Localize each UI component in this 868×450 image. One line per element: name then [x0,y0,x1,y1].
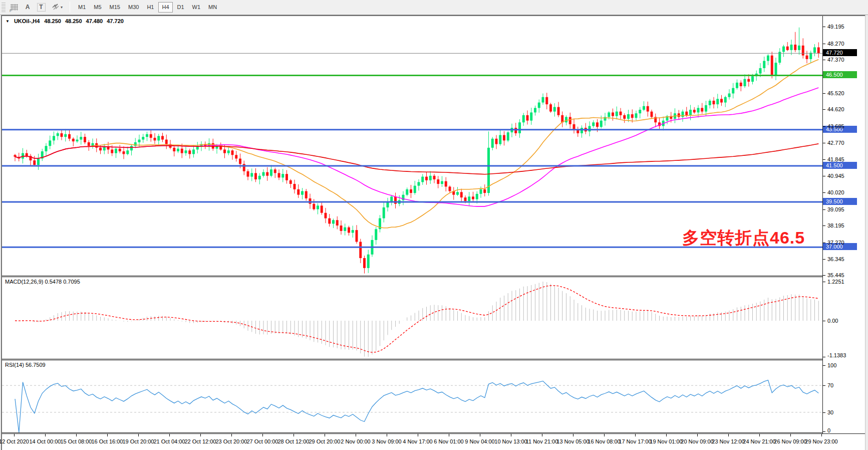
price-axis-tick [823,143,825,143]
price-axis-label: 38.195 [827,222,844,229]
price-axis-label: 40.020 [827,189,844,195]
price-badge: 41.500 [823,162,857,169]
toolbar: F A T ▾ M1M5M15M30H1H4D1W1MN [0,0,868,15]
date-label: 13 Nov 05:00 [556,438,589,444]
timeframe-button-m5[interactable]: M5 [90,2,105,13]
date-label: 27 Oct 00:00 [247,438,278,444]
price-axis-label: 37.270 [827,240,844,246]
timeframe-button-d1[interactable]: D1 [174,2,188,13]
macd-axis-tick [823,357,825,357]
date-label: 14 Oct 00:00 [30,438,61,444]
date-label: 16 Oct 16:00 [92,438,123,444]
cursor-a-icon[interactable]: A [23,2,33,12]
timeframe-button-h1[interactable]: H1 [143,2,157,13]
text-label-icon[interactable]: T [36,2,46,12]
date-tick [356,434,356,436]
price-axis-tick [823,243,825,243]
macd-axis-label: 1.2251 [827,279,844,285]
toolbar-grip[interactable] [2,2,6,12]
vertical-scrollbar[interactable] [865,15,868,450]
price-axis-tick [823,226,825,226]
price-axis-label: 42.770 [827,140,844,146]
dropdown-caret-icon[interactable]: ▾ [61,5,63,10]
date-label: 3 Nov 09:00 [372,438,401,444]
price-axis-label: 41.845 [827,156,844,162]
date-tick [573,434,573,436]
price-badge: 46.500 [823,71,857,78]
main-chart-panel[interactable]: ▼ UKOil-,H4 48.250 48.250 47.480 47.720 … [2,16,822,276]
date-tick [76,434,77,436]
price-axis-label: 49.195 [827,24,844,30]
date-tick [635,434,636,436]
date-label: 15 Oct 08:00 [61,438,92,444]
time-axis[interactable]: 12 Oct 202014 Oct 00:0015 Oct 08:0016 Oc… [2,433,866,450]
symbol-period-label: UKOil-,H4 [14,18,40,24]
forecast-grid-icon[interactable]: F [9,2,19,12]
date-label: 12 Oct 2020 [0,438,29,444]
price-axis-label: 48.270 [827,41,844,47]
date-tick [418,434,418,436]
price-axis-tick [823,209,825,210]
date-tick [821,434,822,436]
date-label: 17 Nov 17:00 [619,438,651,444]
date-label: 26 Nov 09:00 [774,438,806,444]
date-tick [666,434,667,436]
rsi-label: RSI(14) 56.7509 [5,362,46,368]
symbol-caret-icon[interactable]: ▼ [6,19,10,24]
macd-panel[interactable]: MACD(12,26,9) 0.5478 0.7095 [2,277,822,359]
rsi-axis-label: 100 [827,362,836,368]
date-label: 29 Nov 23:00 [805,438,837,444]
timeframe-button-m1[interactable]: M1 [75,2,89,13]
date-tick [107,434,108,436]
annotation-text: 多空转折点46.5 [682,227,805,250]
arrows-glyph-icon [52,3,60,11]
date-label: 28 Oct 12:00 [278,438,310,444]
date-label: 19 Oct 20:00 [123,438,154,444]
price-axis-tick [823,259,825,260]
ohlc-values: 48.250 48.250 47.480 47.720 [44,18,124,24]
rsi-axis-label: 70 [827,382,833,388]
date-tick [45,434,46,436]
date-tick [387,434,387,436]
date-label: 4 Nov 17:00 [403,438,432,444]
price-axis-column[interactable]: 47.72046.50043.50041.50039.50037.00049.1… [822,16,866,450]
macd-axis-label: -1.1383 [827,352,846,358]
timeframe-button-w1[interactable]: W1 [189,2,204,13]
objects-arrows-icon[interactable]: ▾ [50,2,65,12]
timeframe-button-h4[interactable]: H4 [158,2,172,13]
close-value: 47.720 [107,18,124,24]
date-label: 11 Nov 21:00 [526,438,558,444]
timeframe-button-m15[interactable]: M15 [106,2,124,13]
timeframe-button-mn[interactable]: MN [205,2,220,13]
date-tick [325,434,325,436]
date-tick [294,434,294,436]
timeframe-group: M1M5M15M30H1H4D1W1MN [74,2,221,13]
date-tick [604,434,605,436]
rsi-panel[interactable]: RSI(14) 56.7509 [2,360,822,432]
high-value: 48.250 [65,18,82,24]
open-value: 48.250 [44,18,61,24]
date-tick [542,434,542,436]
rsi-axis-label: 30 [827,409,833,415]
price-badge: 47.720 [823,49,857,56]
f-label: F [10,9,12,13]
price-axis-tick [823,27,825,27]
toolbar-separator [70,2,70,13]
price-axis-label: 44.620 [827,106,844,112]
date-label: 19 Nov 01:00 [650,438,682,444]
date-tick [697,434,698,436]
timeframe-button-m30[interactable]: M30 [125,2,142,13]
rsi-axis-label: 0 [827,427,830,433]
date-tick [200,434,201,436]
date-label: 22 Oct 12:00 [185,438,216,444]
date-label: 9 Nov 04:00 [465,438,494,444]
rsi-axis-tick [823,431,825,432]
price-axis-tick [823,126,825,127]
price-axis-tick [823,275,825,276]
macd-axis-tick [823,321,825,321]
price-axis-main: 47.72046.50043.50041.50039.50037.00049.1… [823,16,866,276]
price-axis-label: 43.685 [827,123,844,129]
rsi-axis-tick [823,385,825,386]
price-axis-tick [823,93,825,94]
price-axis-label: 47.370 [827,57,844,63]
